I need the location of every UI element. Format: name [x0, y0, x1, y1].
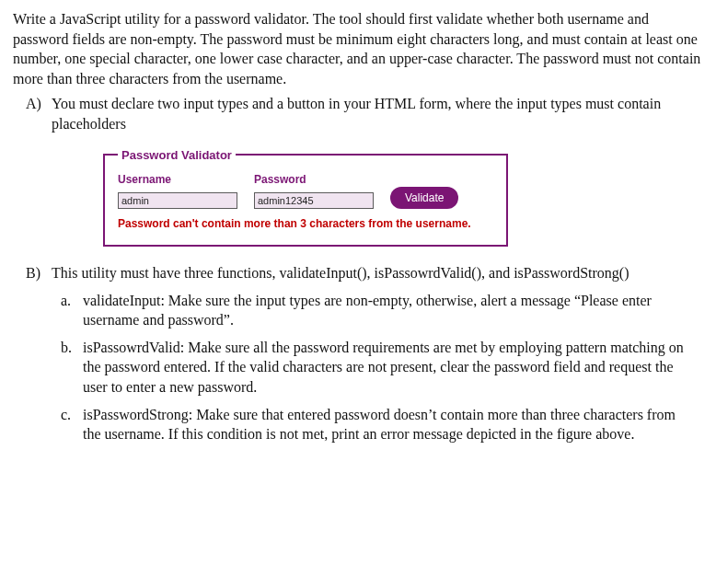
item-B-a-label: a.	[52, 291, 83, 330]
password-column: Password	[254, 172, 374, 209]
item-B-a: a. validateInput: Make sure the input ty…	[52, 291, 703, 330]
item-B-b-label: b.	[52, 338, 83, 398]
error-message: Password can't contain more than 3 chara…	[118, 216, 493, 232]
item-B-c: c. isPasswordStrong: Make sure that ente…	[52, 405, 703, 444]
intro-paragraph: Write a JavaScript utility for a passwor…	[13, 9, 703, 88]
username-label: Username	[118, 172, 237, 187]
validate-button[interactable]: Validate	[390, 187, 458, 209]
item-B-c-label: c.	[52, 405, 83, 444]
validator-row: Username Password Validate	[118, 172, 493, 209]
password-label: Password	[254, 172, 374, 187]
item-A: A) You must declare two input types and …	[13, 94, 703, 133]
password-input[interactable]	[254, 192, 374, 209]
button-column: Validate	[390, 172, 458, 209]
item-B-body: This utility must have three functions, …	[52, 263, 703, 444]
validator-legend: Password Validator	[118, 147, 236, 164]
item-B-a-body: validateInput: Make sure the input types…	[83, 291, 703, 330]
validator-figure: Password Validator Username Password Val…	[101, 147, 703, 248]
item-B-c-body: isPasswordStrong: Make sure that entered…	[83, 405, 703, 444]
item-A-body: You must declare two input types and a b…	[52, 94, 703, 133]
item-B-text: This utility must have three functions, …	[52, 263, 703, 283]
item-B-b: b. isPassowrdValid: Make sure all the pa…	[52, 338, 703, 398]
item-B: B) This utility must have three function…	[13, 263, 703, 444]
item-B-b-body: isPassowrdValid: Make sure all the passw…	[83, 338, 703, 398]
username-input[interactable]	[118, 192, 237, 209]
item-B-label: B)	[13, 263, 52, 444]
username-column: Username	[118, 172, 237, 209]
item-A-label: A)	[13, 94, 52, 133]
validator-fieldset: Password Validator Username Password Val…	[103, 147, 508, 248]
